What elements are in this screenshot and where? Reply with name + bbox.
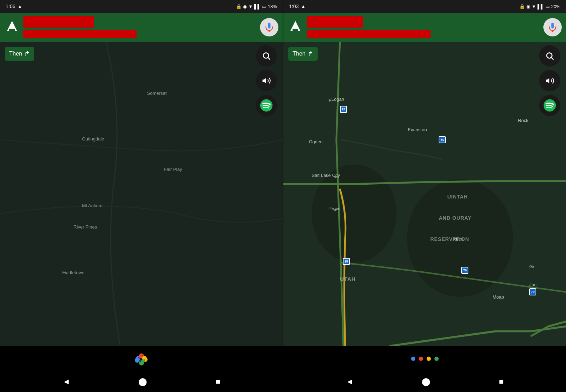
- nav-redacted-top-left: [23, 16, 94, 28]
- interstate-15-bottom: 15: [343, 258, 350, 265]
- provo-dot: [334, 209, 336, 211]
- status-right-left: 🔒 ◉ ▼ ▌▌ ▭ 18%: [236, 4, 277, 9]
- back-button-right[interactable]: ◄: [346, 377, 353, 386]
- then-arrow-left: ↱: [24, 50, 30, 58]
- map-buttons-right: [539, 45, 560, 116]
- search-button-left[interactable]: [256, 45, 277, 67]
- then-arrow-right: ↱: [307, 50, 313, 58]
- nav-indicator-left: ▲: [17, 4, 22, 9]
- nav-info-left: [23, 16, 256, 38]
- battery-icon-right: ▭: [545, 4, 550, 9]
- time-left: 1:06: [6, 4, 15, 9]
- status-left: 1:06 ▲: [6, 4, 22, 9]
- google-dots-bar-right: [283, 346, 566, 371]
- g-dot-yellow: [427, 357, 431, 361]
- interstate-80: 80: [439, 136, 446, 143]
- nav-redacted-bottom-left: [23, 30, 137, 38]
- status-bar-right: 1:03 ▲ 🔒 ◉ ▼ ▌▌ ▭ 20%: [283, 0, 566, 13]
- g-dot-green: [434, 357, 439, 361]
- battery-pct-left: 18%: [268, 4, 277, 9]
- svg-marker-28: [546, 78, 549, 83]
- signal-icon-right: ▌▌: [538, 4, 544, 9]
- google-assistant-bar-left: [0, 346, 283, 371]
- svg-rect-1: [0, 42, 283, 346]
- map-roads-left: [0, 42, 283, 346]
- svg-line-27: [551, 58, 553, 59]
- map-buttons-left: [256, 45, 277, 116]
- nav-header-right: [283, 13, 566, 42]
- recents-button-right[interactable]: ■: [499, 377, 503, 386]
- nav-redacted-top-right: [307, 16, 363, 28]
- right-phone: 1:03 ▲ 🔒 ◉ ▼ ▌▌ ▭ 20%: [283, 0, 566, 392]
- wifi-icon-right: ▼: [532, 4, 536, 9]
- svg-point-0: [268, 24, 271, 27]
- mic-button-left[interactable]: [260, 18, 278, 36]
- interstate-15-top: 15: [340, 106, 347, 113]
- map-area-left[interactable]: Then ↱ Somerset Outingdale Fair Play Mt …: [0, 42, 283, 346]
- battery-pct-right: 20%: [551, 4, 560, 9]
- map-roads-right: [283, 42, 566, 346]
- nav-bar-right: ◄ ⬤ ■: [283, 371, 566, 392]
- svg-point-18: [136, 358, 140, 361]
- spotify-button-left[interactable]: [256, 95, 277, 116]
- svg-marker-4: [262, 78, 266, 83]
- svg-point-25: [407, 179, 513, 297]
- nav-arrow-right[interactable]: [288, 19, 303, 35]
- svg-point-21: [141, 359, 145, 363]
- svg-point-22: [551, 24, 554, 27]
- lock-icon-right: 🔒: [519, 4, 525, 9]
- battery-icon-left: ▭: [262, 4, 266, 9]
- home-button-left[interactable]: ⬤: [138, 377, 147, 386]
- then-label-right: Then: [293, 51, 305, 57]
- status-bar-left: 1:06 ▲ 🔒 ◉ ▼ ▌▌ ▭ 18%: [0, 0, 283, 13]
- mic-button-right[interactable]: [543, 18, 562, 36]
- then-label-left: Then: [9, 51, 22, 57]
- svg-point-24: [312, 165, 397, 263]
- wifi-icon-left: ▼: [248, 4, 253, 9]
- then-indicator-left: Then ↱: [5, 47, 34, 61]
- recents-button-left[interactable]: ■: [215, 377, 220, 386]
- svg-line-3: [268, 58, 270, 59]
- google-dots-right: [411, 357, 439, 361]
- interstate-70-right: 70: [529, 288, 536, 295]
- nav-bar-left: ◄ ⬤ ■: [0, 371, 283, 392]
- location-icon-right: ◉: [526, 4, 530, 9]
- nav-indicator-right: ▲: [301, 4, 306, 9]
- location-icon-left: ◉: [243, 4, 247, 9]
- interstate-70-left: 70: [461, 267, 468, 274]
- nav-header-left: [0, 13, 283, 42]
- signal-icon-left: ▌▌: [254, 4, 261, 9]
- left-phone: 1:06 ▲ 🔒 ◉ ▼ ▌▌ ▭ 18%: [0, 0, 283, 392]
- home-button-right[interactable]: ⬤: [422, 377, 431, 386]
- g-dot-red: [419, 357, 423, 361]
- google-assistant-icon-left: [132, 349, 151, 369]
- back-button-left[interactable]: ◄: [62, 377, 70, 386]
- nav-arrow-left[interactable]: [4, 19, 20, 35]
- audio-button-left[interactable]: [256, 70, 277, 91]
- map-area-right[interactable]: Then ↱ Logan Ogden Evanston Salt Lake Ci…: [283, 42, 566, 346]
- status-left-right: 1:03 ▲: [289, 4, 306, 9]
- then-indicator-right: Then ↱: [288, 47, 318, 61]
- audio-button-right[interactable]: [539, 70, 560, 91]
- search-button-right[interactable]: [539, 45, 560, 67]
- lock-icon-left: 🔒: [236, 4, 242, 9]
- status-right-right: 🔒 ◉ ▼ ▌▌ ▭ 20%: [519, 4, 560, 9]
- spotify-button-right[interactable]: [539, 95, 560, 116]
- nav-redacted-bottom-right: [307, 30, 431, 38]
- svg-point-20: [142, 356, 145, 360]
- nav-info-right: [307, 16, 540, 38]
- time-right: 1:03: [289, 4, 299, 9]
- g-dot-blue: [411, 357, 415, 361]
